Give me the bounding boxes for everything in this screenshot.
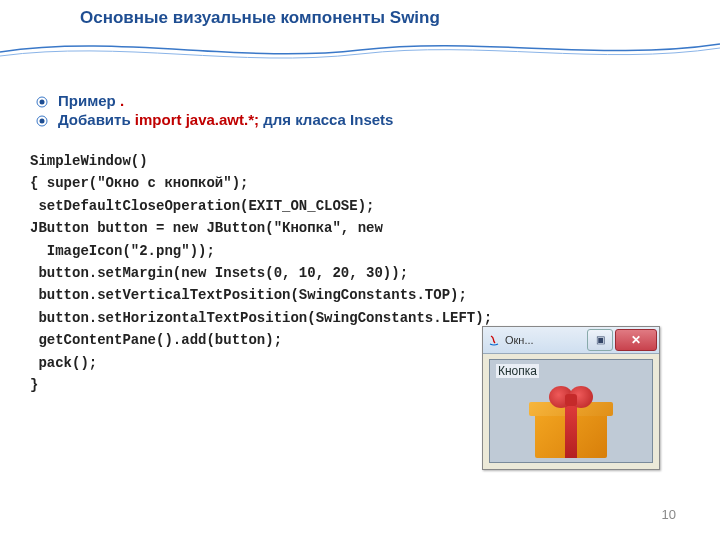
page-number: 10 [662, 507, 676, 522]
code-line: SimpleWindow() [30, 150, 590, 172]
java-icon [487, 333, 501, 347]
code-line: JButton button = new JButton("Кнопка", n… [30, 217, 590, 239]
minimize-button[interactable]: ▣ [587, 329, 613, 351]
bullet-code: import java.awt.*; [135, 111, 259, 128]
code-line: button.setMargin(new Insets(0, 10, 20, 3… [30, 262, 590, 284]
decor-wave [0, 34, 720, 64]
close-button[interactable]: ✕ [615, 329, 657, 351]
bullet-text: Добавить [58, 111, 135, 128]
bullet-text: для класса Insets [259, 111, 393, 128]
bullet-item: Добавить import java.awt.*; для класса I… [36, 111, 393, 128]
code-line: { super("Окно с кнопкой"); [30, 172, 590, 194]
code-line: ImageIcon("2.png")); [30, 240, 590, 262]
svg-point-1 [40, 100, 45, 105]
bullet-text: . [120, 92, 124, 109]
bullet-icon [36, 96, 48, 108]
code-line: setDefaultCloseOperation(EXIT_ON_CLOSE); [30, 195, 590, 217]
window-titlebar: Окн... ▣ ✕ [483, 327, 659, 354]
example-window: Окн... ▣ ✕ Кнопка [482, 326, 660, 470]
bullet-list: Пример . Добавить import java.awt.*; для… [36, 92, 393, 130]
button-label[interactable]: Кнопка [496, 364, 539, 378]
bullet-icon [36, 115, 48, 127]
gift-icon [529, 380, 613, 458]
slide-title: Основные визуальные компоненты Swing [80, 8, 440, 28]
window-title: Окн... [505, 334, 534, 346]
window-body: Кнопка [489, 359, 653, 463]
bullet-item: Пример . [36, 92, 393, 109]
code-line: button.setVerticalTextPosition(SwingCons… [30, 284, 590, 306]
bullet-text: Пример [58, 92, 120, 109]
svg-point-3 [40, 119, 45, 124]
